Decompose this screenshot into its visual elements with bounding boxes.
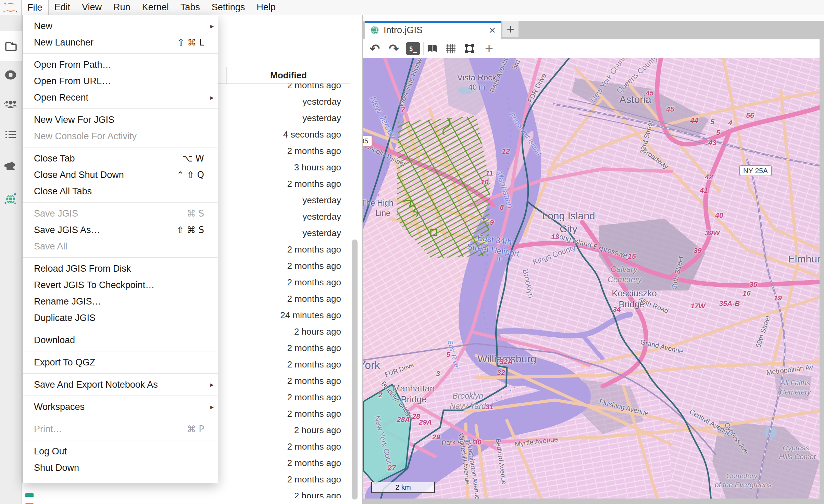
scale-label: 2 km [395, 483, 411, 491]
submenu-arrow-icon: ▸ [210, 380, 214, 389]
panel-divider[interactable] [362, 15, 363, 504]
file-menu-dropdown: New ▸ New Launcher ⇧ ⌘ L Open From Path…… [22, 15, 218, 483]
jupyterlab-window: FileEditViewRunKernelTabsSettingsHelp [0, 0, 824, 504]
tab-bar: Intro.jGIS × + [363, 21, 824, 39]
menu-item[interactable]: New View For JGIS [23, 112, 218, 128]
file-name: vector_colors.ipynb [37, 503, 111, 504]
menu-item[interactable]: Rename JGIS… [23, 293, 218, 310]
tab-title: Intro.jGIS [384, 25, 423, 36]
puzzle-icon [4, 159, 17, 171]
toolbar-separator [404, 42, 404, 55]
menu-item[interactable]: Revert JGIS To Checkpoint… [23, 277, 218, 293]
console-button[interactable]: $_ [405, 39, 421, 58]
menu-item[interactable]: Save And Export Notebook As ▸ [23, 376, 218, 393]
menu-item[interactable]: Log Out [23, 443, 218, 460]
menu-item[interactable]: Close Tab ⌥ W [23, 150, 218, 167]
plus-icon: + [485, 40, 494, 57]
sidebar-tab-file-browser[interactable] [0, 31, 22, 61]
tab-close-icon[interactable]: × [489, 25, 496, 36]
new-tab-button[interactable]: + [502, 21, 519, 37]
shortcut-label: ⇧ ⌘ S [176, 225, 213, 235]
menu-item[interactable]: Open From Path… [23, 56, 218, 73]
shortcut-label: ⌘ S [187, 208, 213, 219]
sidebar-tab-collaboration[interactable] [0, 89, 21, 119]
menu-item[interactable]: Save All [23, 238, 218, 255]
sidebar-tab-running-sessions[interactable] [0, 60, 21, 90]
menu-item[interactable]: Workspaces ▸ [23, 399, 218, 415]
sidebar-tab-jgis-layers[interactable] [0, 184, 21, 214]
map-view[interactable]: New JerseyWest Side HighwayVista Rock40 … [363, 58, 820, 499]
menubar: FileEditViewRunKernelTabsSettingsHelp [0, 0, 824, 15]
list-icon [5, 129, 16, 140]
sidebar-tab-extension-manager[interactable] [0, 150, 21, 180]
partial-file-icon [25, 493, 34, 497]
file-row-vector-colors[interactable]: vector_colors.ipynb [21, 498, 350, 504]
tab-intro-jgis[interactable]: Intro.jGIS × [365, 21, 501, 39]
jupyter-logo-icon[interactable] [0, 0, 21, 15]
menu-item[interactable]: Save JGIS As… ⇧ ⌘ S [23, 222, 218, 238]
menubar-item-file[interactable]: File [21, 0, 49, 15]
redo-button[interactable]: ↷ [386, 39, 401, 58]
map-canvas [363, 58, 820, 499]
menu-item[interactable]: Close And Shut Down ⌃ ⇧ Q [23, 167, 218, 183]
submenu-arrow-icon: ▸ [210, 93, 214, 102]
shortcut-label: ⌃ ⇧ Q [176, 170, 213, 180]
menubar-item-view[interactable]: View [76, 0, 108, 15]
submenu-arrow-icon: ▸ [210, 403, 214, 411]
modified-column-header[interactable]: Modified [226, 67, 350, 83]
menu-item[interactable]: Download [23, 332, 218, 348]
shortcut-label: ⇧ ⌘ L [177, 37, 213, 48]
polygon-select-icon [464, 43, 475, 54]
stop-circle-icon [4, 69, 17, 81]
book-icon [426, 43, 438, 54]
menu-item[interactable]: Print… ⌘ P [23, 421, 218, 437]
add-layer-button[interactable]: + [482, 39, 497, 58]
map-scale-bar: 2 km [371, 482, 435, 493]
menubar-item-help[interactable]: Help [251, 0, 282, 15]
terminal-icon: $_ [406, 42, 420, 55]
toolbar-separator [480, 42, 480, 55]
jgis-globe-icon [370, 25, 379, 35]
menu-item[interactable]: Export To QGZ [23, 354, 218, 371]
file-list-scrollbar-thumb[interactable] [352, 240, 358, 500]
menubar-item-tabs[interactable]: Tabs [175, 0, 206, 15]
basemap-button[interactable] [425, 39, 440, 58]
globe-icon [4, 192, 17, 206]
menu-item[interactable]: Reload JGIS From Disk [23, 260, 218, 277]
menubar-item-settings[interactable]: Settings [206, 0, 251, 15]
shortcut-label: ⌥ W [182, 153, 213, 164]
menubar-items: FileEditViewRunKernelTabsSettingsHelp [21, 0, 282, 15]
sidebar-tab-table-of-contents[interactable] [0, 119, 21, 150]
menubar-item-kernel[interactable]: Kernel [136, 0, 175, 15]
active-tab-accent [365, 21, 501, 23]
menu-item[interactable]: Open Recent ▸ [23, 89, 218, 106]
undo-button[interactable]: ↶ [367, 39, 382, 58]
menubar-item-run[interactable]: Run [108, 0, 136, 15]
menu-item[interactable]: Open From URL… [23, 73, 218, 89]
shortcut-label: ⌘ P [187, 424, 213, 434]
submenu-arrow-icon: ▸ [210, 22, 214, 30]
menu-item[interactable]: Duplicate JGIS [23, 310, 218, 326]
sidebar [0, 15, 22, 504]
menu-item[interactable]: Shut Down [23, 460, 218, 476]
map-dock-panel: Intro.jGIS × + ↶ ↷ $_ [363, 15, 824, 504]
map-toolbar: ↶ ↷ $_ [363, 39, 820, 58]
menu-item[interactable]: Save JGIS ⌘ S [23, 205, 218, 222]
menu-item[interactable]: New Console For Activity [23, 128, 218, 144]
menubar-item-edit[interactable]: Edit [49, 0, 76, 15]
grid-layer-button[interactable] [443, 39, 458, 58]
folder-icon [4, 40, 17, 52]
grid-icon [445, 43, 456, 54]
menu-item[interactable]: Close All Tabs [23, 183, 218, 199]
menu-item[interactable]: New Launcher ⇧ ⌘ L [23, 34, 218, 51]
undo-icon: ↶ [370, 42, 380, 56]
users-icon [4, 99, 17, 110]
menu-item[interactable]: New ▸ [23, 18, 218, 34]
toolbar-separator [423, 42, 424, 55]
dock-top-strip [363, 15, 824, 21]
redo-icon: ↷ [389, 42, 399, 56]
select-polygon-button[interactable] [462, 39, 477, 58]
